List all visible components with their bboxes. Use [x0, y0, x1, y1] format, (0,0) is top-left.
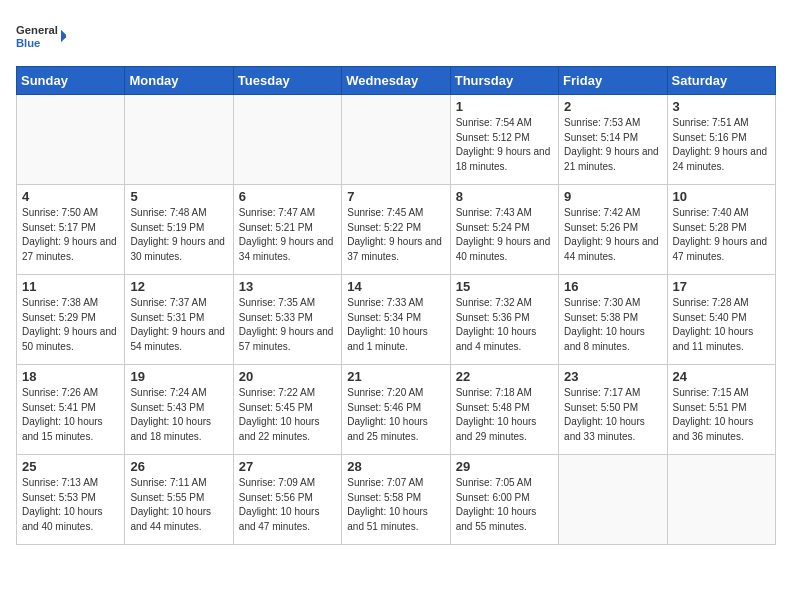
- logo-svg: General Blue: [16, 16, 66, 56]
- calendar-cell: 4Sunrise: 7:50 AMSunset: 5:17 PMDaylight…: [17, 185, 125, 275]
- page-header: General Blue: [16, 16, 776, 56]
- day-number: 11: [22, 279, 119, 294]
- day-number: 12: [130, 279, 227, 294]
- day-number: 21: [347, 369, 444, 384]
- day-detail: Sunrise: 7:54 AMSunset: 5:12 PMDaylight:…: [456, 116, 553, 174]
- day-detail: Sunrise: 7:22 AMSunset: 5:45 PMDaylight:…: [239, 386, 336, 444]
- day-number: 7: [347, 189, 444, 204]
- svg-text:General: General: [16, 24, 58, 36]
- day-number: 26: [130, 459, 227, 474]
- day-detail: Sunrise: 7:24 AMSunset: 5:43 PMDaylight:…: [130, 386, 227, 444]
- day-number: 25: [22, 459, 119, 474]
- day-number: 28: [347, 459, 444, 474]
- calendar-cell: 23Sunrise: 7:17 AMSunset: 5:50 PMDayligh…: [559, 365, 667, 455]
- day-detail: Sunrise: 7:28 AMSunset: 5:40 PMDaylight:…: [673, 296, 770, 354]
- calendar-cell: 9Sunrise: 7:42 AMSunset: 5:26 PMDaylight…: [559, 185, 667, 275]
- day-number: 16: [564, 279, 661, 294]
- calendar-cell: 6Sunrise: 7:47 AMSunset: 5:21 PMDaylight…: [233, 185, 341, 275]
- weekday-header: Saturday: [667, 67, 775, 95]
- calendar-cell: 7Sunrise: 7:45 AMSunset: 5:22 PMDaylight…: [342, 185, 450, 275]
- day-number: 24: [673, 369, 770, 384]
- day-number: 13: [239, 279, 336, 294]
- weekday-header: Thursday: [450, 67, 558, 95]
- weekday-header: Monday: [125, 67, 233, 95]
- day-detail: Sunrise: 7:42 AMSunset: 5:26 PMDaylight:…: [564, 206, 661, 264]
- day-detail: Sunrise: 7:43 AMSunset: 5:24 PMDaylight:…: [456, 206, 553, 264]
- calendar-cell: 16Sunrise: 7:30 AMSunset: 5:38 PMDayligh…: [559, 275, 667, 365]
- day-detail: Sunrise: 7:32 AMSunset: 5:36 PMDaylight:…: [456, 296, 553, 354]
- day-number: 17: [673, 279, 770, 294]
- calendar-cell: 14Sunrise: 7:33 AMSunset: 5:34 PMDayligh…: [342, 275, 450, 365]
- calendar-cell: [233, 95, 341, 185]
- day-number: 15: [456, 279, 553, 294]
- day-number: 8: [456, 189, 553, 204]
- day-number: 14: [347, 279, 444, 294]
- calendar-cell: [17, 95, 125, 185]
- day-number: 29: [456, 459, 553, 474]
- calendar-cell: 28Sunrise: 7:07 AMSunset: 5:58 PMDayligh…: [342, 455, 450, 545]
- day-detail: Sunrise: 7:18 AMSunset: 5:48 PMDaylight:…: [456, 386, 553, 444]
- day-number: 19: [130, 369, 227, 384]
- day-number: 2: [564, 99, 661, 114]
- calendar-cell: [342, 95, 450, 185]
- calendar-cell: 24Sunrise: 7:15 AMSunset: 5:51 PMDayligh…: [667, 365, 775, 455]
- day-number: 18: [22, 369, 119, 384]
- day-number: 23: [564, 369, 661, 384]
- day-detail: Sunrise: 7:51 AMSunset: 5:16 PMDaylight:…: [673, 116, 770, 174]
- day-number: 5: [130, 189, 227, 204]
- day-detail: Sunrise: 7:33 AMSunset: 5:34 PMDaylight:…: [347, 296, 444, 354]
- day-detail: Sunrise: 7:35 AMSunset: 5:33 PMDaylight:…: [239, 296, 336, 354]
- weekday-header: Friday: [559, 67, 667, 95]
- calendar-cell: 25Sunrise: 7:13 AMSunset: 5:53 PMDayligh…: [17, 455, 125, 545]
- day-detail: Sunrise: 7:20 AMSunset: 5:46 PMDaylight:…: [347, 386, 444, 444]
- day-detail: Sunrise: 7:07 AMSunset: 5:58 PMDaylight:…: [347, 476, 444, 534]
- calendar-cell: 17Sunrise: 7:28 AMSunset: 5:40 PMDayligh…: [667, 275, 775, 365]
- day-number: 20: [239, 369, 336, 384]
- calendar-cell: 12Sunrise: 7:37 AMSunset: 5:31 PMDayligh…: [125, 275, 233, 365]
- day-detail: Sunrise: 7:05 AMSunset: 6:00 PMDaylight:…: [456, 476, 553, 534]
- day-detail: Sunrise: 7:17 AMSunset: 5:50 PMDaylight:…: [564, 386, 661, 444]
- day-detail: Sunrise: 7:09 AMSunset: 5:56 PMDaylight:…: [239, 476, 336, 534]
- day-detail: Sunrise: 7:13 AMSunset: 5:53 PMDaylight:…: [22, 476, 119, 534]
- day-detail: Sunrise: 7:26 AMSunset: 5:41 PMDaylight:…: [22, 386, 119, 444]
- logo: General Blue: [16, 16, 66, 56]
- day-number: 10: [673, 189, 770, 204]
- day-number: 27: [239, 459, 336, 474]
- weekday-header: Tuesday: [233, 67, 341, 95]
- calendar-cell: 26Sunrise: 7:11 AMSunset: 5:55 PMDayligh…: [125, 455, 233, 545]
- calendar-table: SundayMondayTuesdayWednesdayThursdayFrid…: [16, 66, 776, 545]
- day-detail: Sunrise: 7:48 AMSunset: 5:19 PMDaylight:…: [130, 206, 227, 264]
- day-number: 3: [673, 99, 770, 114]
- weekday-header: Sunday: [17, 67, 125, 95]
- calendar-cell: 22Sunrise: 7:18 AMSunset: 5:48 PMDayligh…: [450, 365, 558, 455]
- calendar-cell: 1Sunrise: 7:54 AMSunset: 5:12 PMDaylight…: [450, 95, 558, 185]
- calendar-cell: 2Sunrise: 7:53 AMSunset: 5:14 PMDaylight…: [559, 95, 667, 185]
- calendar-cell: 5Sunrise: 7:48 AMSunset: 5:19 PMDaylight…: [125, 185, 233, 275]
- calendar-cell: 15Sunrise: 7:32 AMSunset: 5:36 PMDayligh…: [450, 275, 558, 365]
- day-detail: Sunrise: 7:40 AMSunset: 5:28 PMDaylight:…: [673, 206, 770, 264]
- day-detail: Sunrise: 7:50 AMSunset: 5:17 PMDaylight:…: [22, 206, 119, 264]
- day-detail: Sunrise: 7:37 AMSunset: 5:31 PMDaylight:…: [130, 296, 227, 354]
- calendar-cell: 27Sunrise: 7:09 AMSunset: 5:56 PMDayligh…: [233, 455, 341, 545]
- weekday-header: Wednesday: [342, 67, 450, 95]
- calendar-cell: 8Sunrise: 7:43 AMSunset: 5:24 PMDaylight…: [450, 185, 558, 275]
- calendar-cell: [559, 455, 667, 545]
- calendar-cell: 10Sunrise: 7:40 AMSunset: 5:28 PMDayligh…: [667, 185, 775, 275]
- day-number: 6: [239, 189, 336, 204]
- day-detail: Sunrise: 7:11 AMSunset: 5:55 PMDaylight:…: [130, 476, 227, 534]
- day-detail: Sunrise: 7:15 AMSunset: 5:51 PMDaylight:…: [673, 386, 770, 444]
- day-number: 9: [564, 189, 661, 204]
- day-number: 1: [456, 99, 553, 114]
- calendar-cell: 19Sunrise: 7:24 AMSunset: 5:43 PMDayligh…: [125, 365, 233, 455]
- calendar-cell: 11Sunrise: 7:38 AMSunset: 5:29 PMDayligh…: [17, 275, 125, 365]
- calendar-cell: 3Sunrise: 7:51 AMSunset: 5:16 PMDaylight…: [667, 95, 775, 185]
- calendar-cell: 13Sunrise: 7:35 AMSunset: 5:33 PMDayligh…: [233, 275, 341, 365]
- svg-text:Blue: Blue: [16, 37, 40, 49]
- day-detail: Sunrise: 7:53 AMSunset: 5:14 PMDaylight:…: [564, 116, 661, 174]
- calendar-cell: [125, 95, 233, 185]
- day-detail: Sunrise: 7:38 AMSunset: 5:29 PMDaylight:…: [22, 296, 119, 354]
- calendar-cell: 20Sunrise: 7:22 AMSunset: 5:45 PMDayligh…: [233, 365, 341, 455]
- calendar-cell: 18Sunrise: 7:26 AMSunset: 5:41 PMDayligh…: [17, 365, 125, 455]
- calendar-cell: 21Sunrise: 7:20 AMSunset: 5:46 PMDayligh…: [342, 365, 450, 455]
- calendar-cell: [667, 455, 775, 545]
